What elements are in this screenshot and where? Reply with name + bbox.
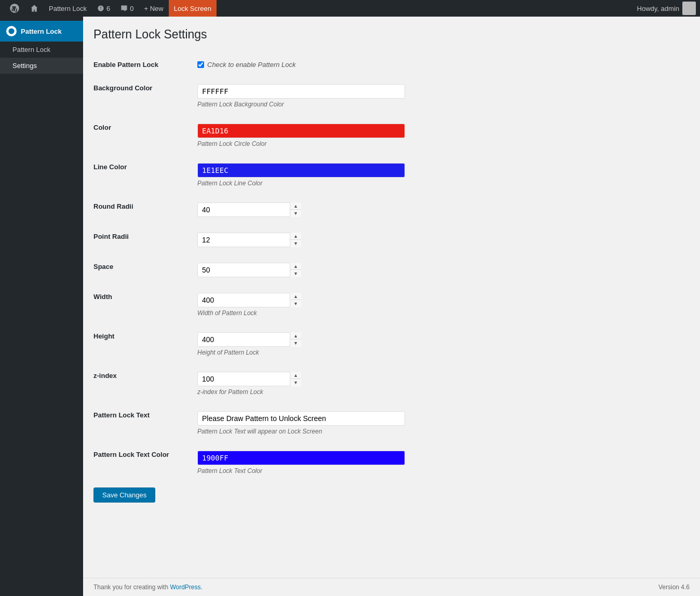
color-input[interactable] <box>197 124 405 138</box>
row-point-radii: Point Radii ▲ ▼ <box>93 225 690 255</box>
field-line-color: Pattern Lock Line Color <box>197 155 690 195</box>
sidebar-item-settings[interactable]: Settings <box>0 58 83 74</box>
round-radii-down[interactable]: ▼ <box>290 210 301 217</box>
width-desc: Width of Pattern Lock <box>197 309 690 317</box>
height-desc: Height of Pattern Lock <box>197 349 690 356</box>
footer-wordpress-link[interactable]: WordPress. <box>170 584 202 591</box>
row-width: Width ▲ ▼ Width of Pattern Lock <box>93 285 690 324</box>
sidebar-plugin-header[interactable]: Pattern Lock <box>0 21 83 42</box>
point-radii-up[interactable]: ▲ <box>290 233 301 240</box>
space-up[interactable]: ▲ <box>290 263 301 270</box>
round-radii-spin: ▲ ▼ <box>290 202 301 217</box>
row-line-color: Line Color Pattern Lock Line Color <box>93 155 690 195</box>
space-down[interactable]: ▼ <box>290 270 301 277</box>
z-index-wrap: ▲ ▼ <box>197 372 301 386</box>
adminbar-new[interactable]: + New <box>139 0 168 17</box>
admin-bar: Pattern Lock 6 0 + New Lock Screen Howdy… <box>0 0 700 17</box>
row-height: Height ▲ ▼ Height of Pattern Lock <box>93 324 690 364</box>
z-index-up[interactable]: ▲ <box>290 372 301 380</box>
footer: Thank you for creating with WordPress. V… <box>83 578 700 596</box>
sidebar-item-pattern-lock[interactable]: Pattern Lock <box>0 42 83 58</box>
field-point-radii: ▲ ▼ <box>197 225 690 255</box>
z-index-desc: z-index for Pattern Lock <box>197 388 690 396</box>
label-pattern-lock-text: Pattern Lock Text <box>93 403 197 443</box>
label-round-radii: Round Radii <box>93 195 197 225</box>
line-color-desc: Pattern Lock Line Color <box>197 180 690 187</box>
admin-avatar <box>682 2 696 15</box>
row-color: Color Pattern Lock Circle Color <box>93 116 690 155</box>
background-color-input[interactable] <box>197 84 405 99</box>
height-down[interactable]: ▼ <box>290 340 301 347</box>
height-input[interactable] <box>197 332 301 347</box>
width-down[interactable]: ▼ <box>290 300 301 307</box>
z-index-down[interactable]: ▼ <box>290 379 301 386</box>
field-height: ▲ ▼ Height of Pattern Lock <box>197 324 690 364</box>
adminbar-howdy: Howdy, admin <box>637 2 696 15</box>
label-width: Width <box>93 285 197 324</box>
pattern-lock-text-color-desc: Pattern Lock Text Color <box>197 467 690 475</box>
background-color-desc: Pattern Lock Background Color <box>197 101 690 108</box>
field-width: ▲ ▼ Width of Pattern Lock <box>197 285 690 324</box>
label-pattern-lock-text-color: Pattern Lock Text Color <box>93 443 197 482</box>
adminbar-updates[interactable]: 6 <box>92 0 115 17</box>
space-input[interactable] <box>197 263 301 277</box>
sidebar-link-settings[interactable]: Settings <box>0 58 83 74</box>
space-spin: ▲ ▼ <box>290 263 301 277</box>
line-color-input[interactable] <box>197 163 405 178</box>
row-pattern-lock-text: Pattern Lock Text Pattern Lock Text will… <box>93 403 690 443</box>
width-input[interactable] <box>197 293 301 307</box>
adminbar-pattern-lock[interactable]: Pattern Lock <box>44 0 92 17</box>
z-index-input[interactable] <box>197 372 301 386</box>
height-wrap: ▲ ▼ <box>197 332 301 347</box>
height-spin: ▲ ▼ <box>290 332 301 347</box>
sidebar-plugin-icon <box>6 26 17 36</box>
point-radii-wrap: ▲ ▼ <box>197 233 301 247</box>
footer-thank-you: Thank you for creating with WordPress. <box>93 584 203 591</box>
pattern-lock-text-desc: Pattern Lock Text will appear on Lock Sc… <box>197 428 690 435</box>
enable-pattern-lock-checkbox[interactable] <box>197 61 204 68</box>
width-up[interactable]: ▲ <box>290 293 301 301</box>
field-pattern-lock-text: Pattern Lock Text will appear on Lock Sc… <box>197 403 690 443</box>
pattern-lock-text-color-input[interactable] <box>197 451 405 465</box>
wp-logo-button[interactable] <box>4 0 25 17</box>
field-enable-pattern-lock: Check to enable Pattern Lock <box>197 53 690 76</box>
row-background-color: Background Color Pattern Lock Background… <box>93 76 690 116</box>
adminbar-updates-count: 6 <box>106 5 110 12</box>
adminbar-lock-screen[interactable]: Lock Screen <box>169 0 217 17</box>
label-z-index: z-index <box>93 364 197 403</box>
footer-version: Version 4.6 <box>658 584 690 591</box>
adminbar-new-label: + New <box>144 5 163 12</box>
height-up[interactable]: ▲ <box>290 332 301 340</box>
row-space: Space ▲ ▼ <box>93 255 690 285</box>
round-radii-wrap: ▲ ▼ <box>197 202 301 217</box>
main-content: Pattern Lock Settings Enable Pattern Loc… <box>83 17 700 578</box>
save-changes-button[interactable]: Save Changes <box>93 487 155 503</box>
round-radii-up[interactable]: ▲ <box>290 202 301 210</box>
pattern-lock-text-input[interactable] <box>197 411 405 426</box>
adminbar-comments[interactable]: 0 <box>115 0 139 17</box>
sidebar-link-pattern-lock[interactable]: Pattern Lock <box>0 42 83 58</box>
width-spin: ▲ ▼ <box>290 293 301 307</box>
sidebar-menu: Pattern Lock Settings <box>0 42 83 74</box>
sidebar-plugin-label: Pattern Lock <box>21 28 62 35</box>
field-round-radii: ▲ ▼ <box>197 195 690 225</box>
row-enable-pattern-lock: Enable Pattern Lock Check to enable Patt… <box>93 53 690 76</box>
field-background-color: Pattern Lock Background Color <box>197 76 690 116</box>
label-enable-pattern-lock: Enable Pattern Lock <box>93 53 197 76</box>
row-pattern-lock-text-color: Pattern Lock Text Color Pattern Lock Tex… <box>93 443 690 482</box>
point-radii-down[interactable]: ▼ <box>290 240 301 247</box>
field-z-index: ▲ ▼ z-index for Pattern Lock <box>197 364 690 403</box>
space-wrap: ▲ ▼ <box>197 263 301 277</box>
label-color: Color <box>93 116 197 155</box>
point-radii-input[interactable] <box>197 233 301 247</box>
point-radii-spin: ▲ ▼ <box>290 233 301 247</box>
enable-pattern-lock-desc: Check to enable Pattern Lock <box>207 61 296 69</box>
adminbar-home[interactable] <box>25 0 44 17</box>
settings-form: Enable Pattern Lock Check to enable Patt… <box>93 53 690 513</box>
round-radii-input[interactable] <box>197 202 301 217</box>
enable-pattern-lock-label: Check to enable Pattern Lock <box>197 61 690 69</box>
label-background-color: Background Color <box>93 76 197 116</box>
field-color: Pattern Lock Circle Color <box>197 116 690 155</box>
adminbar-pattern-lock-label: Pattern Lock <box>49 5 87 12</box>
label-line-color: Line Color <box>93 155 197 195</box>
